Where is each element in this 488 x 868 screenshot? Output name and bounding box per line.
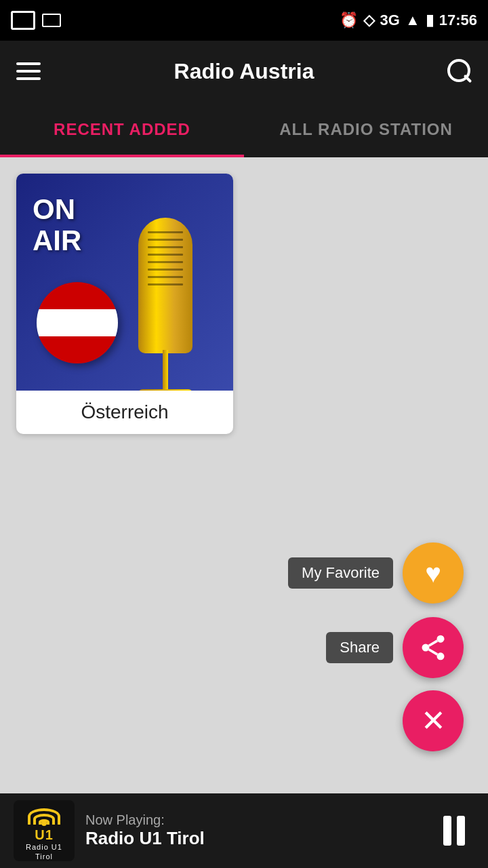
search-button[interactable]: [447, 59, 472, 83]
svg-line-3: [429, 650, 438, 654]
radio-card-osterreich[interactable]: ONAIR: [16, 174, 233, 434]
close-icon: ✕: [421, 706, 446, 736]
page-title: Radio Austria: [174, 59, 314, 84]
svg-point-0: [437, 635, 445, 643]
now-playing-label: Now Playing:: [85, 812, 423, 828]
svg-point-2: [437, 652, 445, 660]
card-label: Österreich: [16, 391, 233, 434]
close-fab-button[interactable]: ✕: [403, 690, 464, 751]
now-playing-bar: U1 Radio U1Tirol Now Playing: Radio U1 T…: [0, 793, 488, 868]
pause-bar-right: [457, 816, 465, 846]
signal-icon: ▲: [405, 12, 420, 29]
on-air-text: ONAIR: [33, 194, 81, 256]
favorite-tooltip: My Favorite: [288, 557, 393, 589]
status-icons-left: [11, 11, 61, 30]
pause-bar-left: [443, 816, 451, 846]
battery-icon: ▮: [426, 12, 434, 29]
alarm-icon: ⏰: [340, 12, 358, 29]
flag-sphere: [37, 282, 118, 363]
now-playing-station: Radio U1 Tirol: [85, 828, 423, 849]
heart-icon: ♥: [425, 558, 441, 589]
wifi-logo-icon: [28, 800, 60, 825]
tab-bar: RECENT ADDED ALL RADIO STATION: [0, 102, 488, 157]
station-logo: U1 Radio U1Tirol: [14, 800, 75, 861]
tab-recent-added[interactable]: RECENT ADDED: [0, 102, 244, 157]
time-label: 17:56: [439, 12, 477, 29]
wifi-icon: ◇: [363, 12, 375, 29]
content-area: ONAIR: [0, 157, 488, 821]
now-playing-info: Now Playing: Radio U1 Tirol: [85, 812, 423, 849]
notification-icon: [42, 14, 61, 27]
image-icon: [11, 11, 35, 30]
station-logo-subtext: Radio U1Tirol: [26, 843, 62, 861]
header: Radio Austria: [0, 41, 488, 102]
station-logo-text: U1: [35, 827, 54, 843]
network-label: 3G: [380, 12, 400, 29]
tab-all-radio-station[interactable]: ALL RADIO STATION: [244, 102, 488, 157]
share-icon: [418, 633, 448, 663]
share-tooltip: Share: [326, 632, 393, 663]
status-icons-right: ⏰ ◇ 3G ▲ ▮ 17:56: [340, 12, 477, 29]
status-bar: ⏰ ◇ 3G ▲ ▮ 17:56: [0, 0, 488, 41]
svg-line-4: [429, 641, 438, 646]
svg-point-1: [422, 644, 430, 652]
menu-button[interactable]: [16, 62, 41, 80]
favorite-fab-button[interactable]: ♥: [403, 542, 464, 604]
microphone-image: [111, 187, 220, 384]
pause-button[interactable]: [434, 810, 474, 851]
share-fab-button[interactable]: [403, 617, 464, 678]
card-image: ONAIR: [16, 174, 233, 391]
